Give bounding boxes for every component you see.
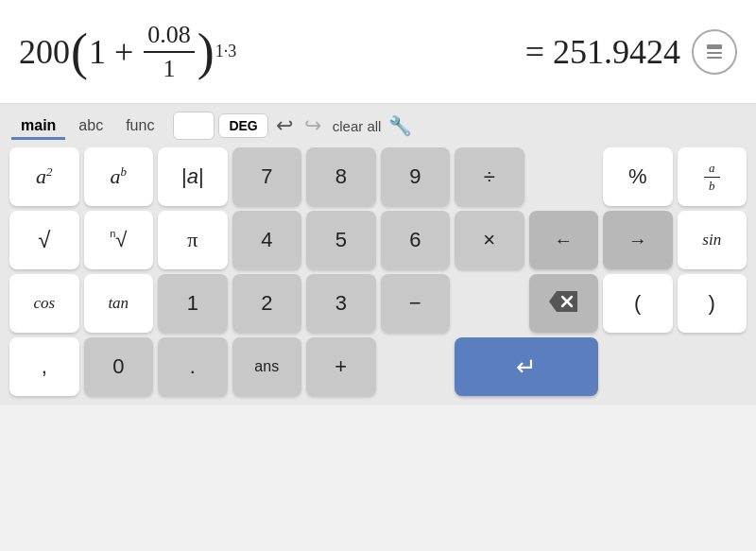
svg-marker-3 bbox=[549, 291, 577, 312]
key-4[interactable]: 4 bbox=[232, 211, 302, 269]
undo-button[interactable]: ↩ bbox=[272, 113, 297, 138]
frac-numerator: 0.08 bbox=[144, 21, 195, 53]
spacer-3 bbox=[381, 337, 451, 396]
tab-main[interactable]: main bbox=[11, 112, 65, 140]
key-7[interactable]: 7 bbox=[232, 147, 302, 206]
wrench-button[interactable]: 🔧 bbox=[388, 114, 412, 137]
key-sqrt[interactable]: √ bbox=[9, 211, 79, 269]
key-comma[interactable]: , bbox=[9, 337, 79, 396]
key-backspace[interactable] bbox=[529, 274, 599, 333]
key-6[interactable]: 6 bbox=[381, 211, 451, 269]
key-percent[interactable]: % bbox=[603, 147, 673, 206]
backspace-icon bbox=[547, 289, 579, 314]
svg-rect-0 bbox=[707, 44, 722, 49]
calc-area: main abc func DEG ↩ ↪ clear all 🔧 a2 ab … bbox=[0, 104, 756, 405]
key-multiply[interactable]: × bbox=[455, 211, 524, 269]
key-tan[interactable]: tan bbox=[84, 274, 154, 333]
key-nthroot[interactable]: n√ bbox=[84, 211, 154, 269]
toolbar: main abc func DEG ↩ ↪ clear all 🔧 bbox=[0, 104, 756, 140]
result-value: = 251.9424 bbox=[525, 32, 680, 72]
key-minus[interactable]: − bbox=[381, 274, 451, 333]
key-left-paren[interactable]: ( bbox=[603, 274, 673, 333]
history-icon bbox=[702, 40, 727, 64]
history-button[interactable] bbox=[692, 29, 737, 75]
deg-button[interactable]: DEG bbox=[218, 113, 267, 138]
key-cursor-left[interactable]: ← bbox=[529, 211, 599, 269]
key-2[interactable]: 2 bbox=[232, 274, 302, 333]
key-pi[interactable]: π bbox=[158, 211, 228, 269]
key-enter[interactable]: ↵ bbox=[455, 337, 598, 396]
tab-abc[interactable]: abc bbox=[69, 112, 112, 140]
key-8[interactable]: 8 bbox=[306, 147, 376, 206]
key-sin[interactable]: sin bbox=[678, 211, 747, 269]
expr-exponent: 1·3 bbox=[215, 42, 237, 61]
redo-button[interactable]: ↪ bbox=[301, 113, 325, 138]
svg-rect-1 bbox=[707, 52, 722, 54]
shift-button[interactable] bbox=[173, 112, 215, 140]
tab-func[interactable]: func bbox=[116, 112, 163, 140]
expr-1plus: 1 + bbox=[89, 32, 142, 72]
open-paren-big: ( bbox=[71, 26, 88, 77]
key-5[interactable]: 5 bbox=[306, 211, 376, 269]
key-right-paren[interactable]: ) bbox=[678, 274, 747, 333]
spacer-2 bbox=[455, 274, 524, 333]
fraction-display: 0.08 1 bbox=[144, 21, 195, 83]
key-plus[interactable]: + bbox=[306, 337, 376, 396]
key-divide[interactable]: ÷ bbox=[455, 147, 524, 206]
key-ans[interactable]: ans bbox=[232, 337, 302, 396]
frac-denominator: 1 bbox=[160, 53, 180, 83]
key-abs[interactable]: |a| bbox=[158, 147, 228, 206]
key-9[interactable]: 9 bbox=[381, 147, 451, 206]
key-fraction[interactable]: a b bbox=[678, 147, 747, 206]
key-a-squared[interactable]: a2 bbox=[9, 147, 79, 206]
expression: 200 ( 1 + 0.08 1 ) 1·3 bbox=[19, 21, 236, 83]
result-area: = 251.9424 bbox=[525, 29, 737, 75]
close-paren-big: ) bbox=[198, 26, 215, 77]
key-1[interactable]: 1 bbox=[158, 274, 228, 333]
svg-rect-2 bbox=[707, 57, 722, 59]
key-a-power-b[interactable]: ab bbox=[84, 147, 154, 206]
key-cursor-right[interactable]: → bbox=[603, 211, 673, 269]
key-0[interactable]: 0 bbox=[84, 337, 154, 396]
clear-all-button[interactable]: clear all bbox=[333, 118, 382, 134]
keys-grid: a2 ab |a| 7 8 9 ÷ % a b √ n√ π 4 bbox=[0, 140, 756, 405]
key-dot[interactable]: . bbox=[158, 337, 228, 396]
expr-200: 200 bbox=[19, 32, 70, 72]
spacer-1 bbox=[529, 147, 599, 206]
display-area: 200 ( 1 + 0.08 1 ) 1·3 = 251.9424 bbox=[0, 0, 756, 104]
key-cos[interactable]: cos bbox=[9, 274, 79, 333]
key-3[interactable]: 3 bbox=[306, 274, 376, 333]
